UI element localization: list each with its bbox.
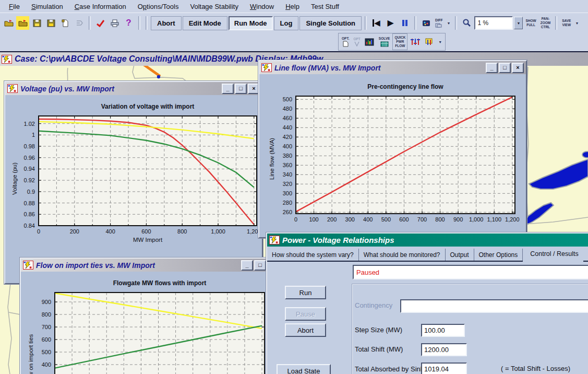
save-view-button[interactable]: SAVE VIEW (560, 16, 572, 30)
voltage-window-title: Voltage (pu) vs. MW Import (20, 85, 114, 93)
svg-text:1,200: 1,200 (505, 216, 520, 223)
svg-text:0.92: 0.92 (24, 177, 35, 183)
print-button[interactable] (108, 16, 121, 30)
tab-other-options[interactable]: Other Options (474, 249, 523, 261)
svg-text:900: 900 (42, 299, 51, 305)
zoom-tool-button[interactable] (460, 16, 473, 30)
total-absorbed-field[interactable]: 1019.04 (421, 363, 467, 374)
solve-button[interactable]: SOLVE (377, 34, 392, 49)
step-back-button[interactable]: ◀ (370, 16, 383, 30)
bus-highlight-button[interactable] (423, 35, 436, 49)
contingency-field[interactable] (400, 299, 588, 313)
bus-ties-button[interactable] (409, 35, 422, 49)
menu-case-information[interactable]: Case Information (69, 1, 132, 12)
flow-window-title: Flow on import ties vs. MW Import (36, 261, 155, 270)
tab-control-results[interactable]: Control / Results (523, 248, 583, 262)
save-view-label: SAVE VIEW (562, 19, 571, 27)
total-shift-value: 1200.00 (424, 346, 449, 354)
open-case-button[interactable] (2, 16, 15, 30)
svg-text:700: 700 (42, 324, 51, 330)
close-button[interactable]: × (512, 63, 524, 73)
powerworld-lightning-icon (2, 55, 12, 64)
pv-window-title: Power - Voltage Relationships (282, 236, 394, 244)
pan-zoom-ctrl-button[interactable]: PAN- ZOOM CTRL (539, 16, 553, 30)
single-solution-button[interactable]: Single Solution (299, 16, 362, 30)
diff-dropdown-arrow[interactable]: ▼ (446, 21, 452, 25)
abort-button[interactable]: Abort (285, 323, 326, 337)
svg-text:600: 600 (42, 336, 51, 343)
play-button[interactable]: ▶ (384, 16, 397, 30)
menu-window[interactable]: Window (244, 1, 280, 12)
zoom-level-dropdown-button[interactable]: ▼ (514, 17, 523, 29)
pause-icon (402, 20, 404, 26)
svg-text:460: 460 (283, 115, 292, 121)
run-button[interactable]: Run (285, 286, 326, 299)
menu-options-tools[interactable]: Options/Tools (132, 1, 185, 12)
minimize-button[interactable]: _ (222, 84, 234, 94)
diff-label: DIFF (435, 18, 442, 22)
svg-text:0.84: 0.84 (24, 223, 35, 229)
step-size-field[interactable]: 100.00 (421, 324, 465, 337)
save-case-button[interactable] (30, 16, 43, 30)
separator (146, 16, 148, 30)
svg-text:600: 600 (141, 228, 151, 235)
maximize-button[interactable]: □ (499, 63, 511, 73)
menu-help[interactable]: Help (280, 1, 305, 12)
svg-text:900: 900 (453, 216, 463, 223)
minimize-button[interactable]: _ (241, 260, 253, 271)
island-dropdown-arrow[interactable]: ▼ (437, 40, 443, 44)
pv-titlebar[interactable]: Power - Voltage Relationships (267, 233, 588, 247)
play-icon: ▶ (387, 19, 393, 27)
step-back-icon: ◀ (373, 19, 380, 27)
step-size-label: Step Size (MW) (355, 326, 402, 334)
menu-file[interactable]: File (3, 1, 26, 12)
save-oneline-button[interactable] (44, 16, 57, 30)
svg-text:260: 260 (283, 209, 292, 215)
show-full-button[interactable]: SHOW FULL (524, 16, 537, 30)
menu-simulation[interactable]: Simulation (26, 1, 69, 12)
quick-power-flow-button[interactable]: QUICK PWR FLOW (392, 33, 407, 50)
new-oneline-button[interactable] (58, 16, 71, 30)
stats-display-button[interactable] (363, 35, 376, 49)
menu-test-stuff[interactable]: Test Stuff (305, 1, 345, 12)
options-button[interactable]: OPT. (340, 34, 351, 49)
validate-check-button[interactable] (94, 16, 107, 30)
pause-button[interactable]: Pause (285, 307, 326, 321)
script-run-button[interactable] (419, 16, 433, 30)
pan-zoom-ctrl-label: PAN- ZOOM CTRL (541, 17, 551, 29)
voltage-titlebar[interactable]: Voltage (pu) vs. MW Import _ □ × (5, 82, 262, 95)
diff-flows-button[interactable]: DIFF (434, 16, 444, 30)
maximize-button[interactable]: □ (235, 84, 247, 94)
edit-mode-button[interactable]: Edit Mode (183, 16, 227, 30)
tab-how-should-the-system-vary-[interactable]: How should the system vary? (267, 249, 359, 261)
tab-output[interactable]: Output (446, 249, 474, 261)
abort-button[interactable]: Abort (151, 16, 182, 30)
open-oneline-button[interactable] (16, 16, 29, 30)
save-view-dropdown-arrow[interactable]: ▼ (573, 21, 580, 25)
svg-text:0.88: 0.88 (24, 200, 35, 206)
run-mode-button[interactable]: Run Mode (229, 16, 273, 30)
log-button[interactable]: Log (274, 16, 299, 30)
flow-titlebar[interactable]: Flow on import ties vs. MW Import _ □ (21, 259, 268, 272)
lineflow-titlebar[interactable]: Line flow (MVA) vs. MW Import _ □ × (259, 61, 526, 74)
help-button[interactable]: ? (122, 16, 135, 30)
tab-what-should-be-monitored-[interactable]: What should be monitored? (359, 249, 446, 261)
total-shift-field[interactable]: 1200.00 (421, 343, 467, 356)
menu-voltage-stability[interactable]: Voltage Stability (184, 1, 244, 12)
svg-text:800: 800 (435, 216, 445, 223)
zoom-level-combobox[interactable]: 1 % (474, 16, 513, 30)
script-tool-icon[interactable] (73, 16, 86, 30)
load-state-button[interactable]: Load State (277, 364, 331, 374)
svg-text:Line flow (MVA): Line flow (MVA) (269, 138, 275, 180)
maximize-button[interactable]: □ (254, 260, 266, 271)
svg-text:320: 320 (283, 181, 292, 187)
pause-button[interactable] (398, 16, 411, 30)
minimize-button[interactable]: _ (486, 63, 498, 73)
svg-text:400: 400 (283, 143, 292, 149)
powerworld-lightning-icon (7, 84, 18, 93)
svg-text:300: 300 (283, 190, 292, 196)
svg-text:0.86: 0.86 (24, 211, 35, 217)
options-alt-button[interactable]: OPT (352, 34, 362, 49)
svg-text:1: 1 (32, 132, 35, 138)
svg-text:340: 340 (283, 171, 292, 178)
